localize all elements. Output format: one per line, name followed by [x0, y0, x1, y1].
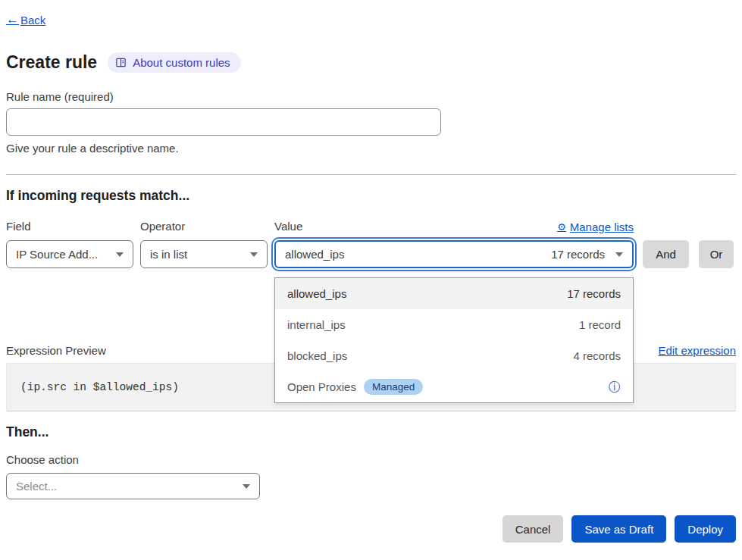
gear-icon: ⚙ [557, 221, 566, 233]
value-select-value: allowed_ips [285, 248, 344, 261]
rule-name-input[interactable] [6, 108, 441, 136]
deploy-button[interactable]: Deploy [675, 515, 736, 543]
list-option-meta: 4 records [573, 349, 621, 362]
cancel-button[interactable]: Cancel [502, 515, 564, 543]
book-icon [115, 57, 127, 68]
about-label: About custom rules [133, 56, 230, 69]
chevron-down-icon [116, 252, 124, 257]
value-select[interactable]: allowed_ips 17 records [274, 240, 634, 268]
chevron-down-icon [250, 252, 258, 257]
list-option-allowed-ips[interactable]: allowed_ips 17 records [275, 278, 633, 309]
and-button[interactable]: And [643, 240, 689, 268]
operator-select[interactable]: is in list [140, 240, 268, 268]
or-button[interactable]: Or [699, 240, 734, 268]
chevron-down-icon [615, 252, 623, 257]
list-option-blocked-ips[interactable]: blocked_ips 4 records [275, 340, 633, 371]
list-dropdown: allowed_ips 17 records internal_ips 1 re… [274, 277, 634, 403]
then-section-heading: Then... [6, 424, 736, 440]
choose-action-label: Choose action [6, 453, 736, 466]
chevron-down-icon [243, 484, 250, 489]
info-icon[interactable]: ⓘ [609, 381, 621, 393]
condition-row: Field IP Source Add... Operator is in li… [6, 220, 736, 268]
manage-lists-label: Manage lists [570, 221, 634, 233]
list-option-name: allowed_ips [287, 287, 346, 300]
action-select-placeholder: Select... [16, 480, 57, 493]
list-option-name: internal_ips [287, 318, 346, 331]
manage-lists-link[interactable]: ⚙ Manage lists [557, 221, 634, 233]
about-custom-rules-link[interactable]: About custom rules [108, 52, 240, 73]
section-divider [6, 174, 736, 175]
back-link[interactable]: ← Back [6, 12, 45, 27]
field-select-value: IP Source Add... [16, 248, 98, 261]
expression-preview-label: Expression Preview [6, 344, 106, 357]
list-option-meta: 1 record [579, 318, 621, 331]
list-option-name: Open Proxies [287, 380, 356, 393]
action-select[interactable]: Select... [6, 473, 260, 499]
value-label: Value [274, 220, 302, 233]
rule-name-helper: Give your rule a descriptive name. [6, 142, 736, 155]
field-label: Field [6, 220, 133, 233]
operator-label: Operator [140, 220, 268, 233]
field-select[interactable]: IP Source Add... [6, 240, 133, 268]
list-option-internal-ips[interactable]: internal_ips 1 record [275, 309, 633, 340]
expression-code: (ip.src in $allowed_ips) [20, 381, 179, 393]
operator-select-value: is in list [150, 248, 187, 261]
edit-expression-link[interactable]: Edit expression [658, 344, 736, 357]
value-select-meta: 17 records [551, 248, 605, 261]
save-as-draft-button[interactable]: Save as Draft [571, 515, 666, 543]
list-option-name: blocked_ips [287, 349, 347, 362]
match-section-heading: If incoming requests match... [6, 188, 736, 204]
back-arrow-icon: ← [6, 12, 19, 27]
list-option-meta: 17 records [567, 287, 621, 300]
rule-name-label: Rule name (required) [6, 90, 736, 103]
page-title: Create rule [6, 52, 97, 73]
managed-badge: Managed [364, 379, 423, 395]
back-label: Back [20, 14, 45, 27]
list-option-open-proxies[interactable]: Open Proxies Managed ⓘ [275, 371, 633, 402]
create-rule-page: ← Back Create rule About custom rules Ru… [0, 0, 742, 543]
